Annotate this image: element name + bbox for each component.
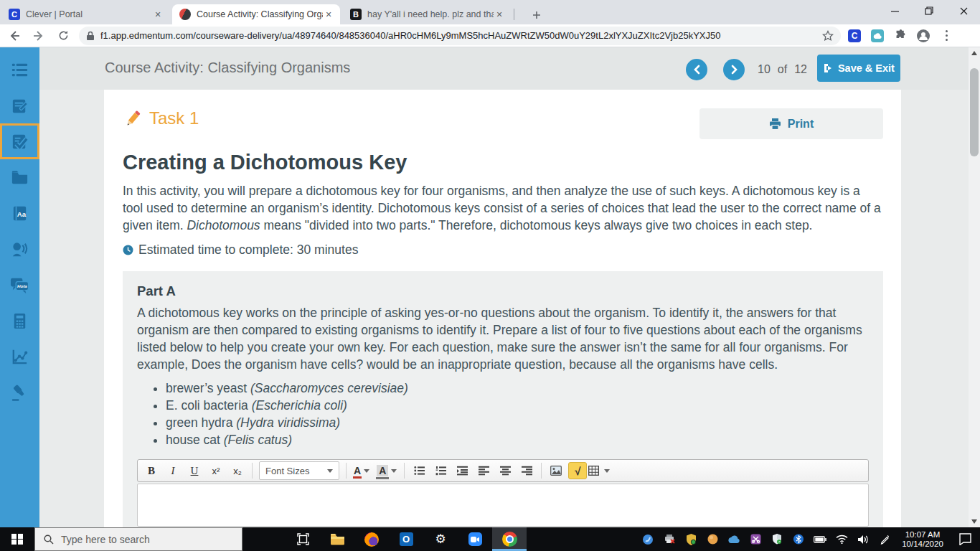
window-restore-button[interactable] (913, 0, 946, 22)
tab-close-icon[interactable]: ✕ (494, 9, 505, 20)
sidebar-item-text-to-speech[interactable] (0, 231, 39, 267)
insert-image-button[interactable] (545, 461, 567, 480)
edmentum-sidebar: Aa Hola (0, 47, 39, 527)
svg-text:Hola: Hola (17, 283, 27, 288)
insert-formula-button[interactable]: √ (567, 461, 588, 480)
tray-icon-windows-security[interactable] (766, 527, 788, 551)
sidebar-item-resources[interactable] (0, 159, 39, 195)
tab-close-icon[interactable]: ✕ (323, 9, 334, 20)
align-left-icon (479, 466, 489, 476)
scroll-down-button[interactable] (969, 516, 980, 527)
underline-button[interactable]: U (184, 461, 205, 480)
chevron-down-icon (391, 469, 397, 473)
tray-icon-battery[interactable] (809, 527, 831, 551)
browser-menu-button[interactable] (937, 27, 956, 45)
intro-paragraph: In this activity, you will prepare a dic… (123, 182, 883, 234)
text-color-button[interactable]: A (350, 461, 373, 480)
bold-button[interactable]: B (141, 461, 162, 480)
sidebar-item-course-outline[interactable] (0, 52, 39, 88)
exit-icon (823, 63, 833, 73)
tab-brainly[interactable]: B hay Y'all i need help. plz and tha ✕ (343, 4, 511, 24)
tab-course-activity[interactable]: Course Activity: Classifying Orga ✕ (172, 4, 340, 24)
cloud-extension-icon[interactable] (868, 27, 887, 45)
tray-icon-app-blue[interactable] (637, 527, 659, 551)
next-page-button[interactable] (723, 59, 745, 80)
tray-icon-volume[interactable] (852, 527, 874, 551)
sidebar-item-graphing[interactable] (0, 339, 39, 375)
start-button[interactable] (0, 527, 34, 551)
align-left-button[interactable] (473, 461, 494, 480)
sidebar-item-dictionary[interactable]: Aa (0, 195, 39, 231)
task-label: Task 1 (149, 108, 199, 128)
scrollbar-thumb[interactable] (970, 68, 979, 156)
gear-icon: ⚙ (435, 533, 446, 545)
sidebar-item-translate[interactable]: Hola (0, 267, 39, 303)
previous-page-button[interactable] (686, 59, 707, 80)
folder-icon (10, 168, 29, 187)
print-button[interactable]: Print (699, 108, 883, 139)
extensions-puzzle-icon[interactable] (891, 27, 910, 45)
align-center-icon (500, 466, 511, 476)
indent-button[interactable] (451, 461, 473, 480)
refresh-button[interactable] (53, 26, 73, 46)
tray-icon-bluetooth[interactable] (788, 527, 809, 551)
settings-button[interactable]: ⚙ (423, 527, 458, 551)
clever-extension-icon[interactable]: C (845, 27, 864, 45)
notification-icon (958, 533, 972, 545)
calculator-icon (10, 311, 29, 331)
sidebar-item-highlighter[interactable] (0, 375, 39, 410)
url-bar[interactable]: f1.app.edmentum.com/courseware-delivery/… (79, 27, 841, 45)
taskbar-clock[interactable]: 10:07 AM 10/14/2020 (895, 530, 950, 549)
editor-text-area[interactable] (137, 484, 869, 527)
file-explorer-button[interactable] (320, 527, 354, 551)
chevron-down-icon (364, 469, 369, 473)
tray-icon-snipping[interactable] (745, 527, 766, 551)
tray-icon-onedrive[interactable] (723, 527, 745, 551)
scroll-up-button[interactable] (969, 47, 980, 59)
tray-icon-wifi[interactable] (831, 527, 852, 551)
chrome-button[interactable] (492, 527, 527, 551)
outlook-button[interactable]: O (389, 527, 423, 551)
chevron-right-icon (730, 65, 738, 75)
insert-table-button[interactable] (588, 461, 610, 480)
edmentum-favicon (179, 9, 191, 20)
align-center-button[interactable] (494, 461, 516, 480)
sidebar-item-activity[interactable] (0, 123, 39, 159)
tray-icon-shield-status[interactable] (680, 527, 702, 551)
url-text: f1.app.edmentum.com/courseware-delivery/… (100, 30, 822, 41)
clock-date: 10/14/2020 (897, 540, 948, 549)
zoom-button[interactable] (458, 527, 492, 551)
page-scrollbar[interactable] (969, 47, 980, 527)
task-view-button[interactable] (286, 527, 320, 551)
superscript-button[interactable]: x² (205, 461, 227, 480)
tray-icon-printer-error[interactable] (659, 527, 680, 551)
svg-text:Aa: Aa (17, 210, 27, 218)
bullet-list-button[interactable] (408, 461, 430, 480)
taskbar-search[interactable]: Type here to search (34, 527, 242, 551)
tab-clever-portal[interactable]: C Clever | Portal ✕ (1, 4, 169, 24)
back-button[interactable] (4, 26, 24, 46)
sidebar-item-calculator[interactable] (0, 303, 39, 339)
profile-avatar[interactable] (914, 27, 933, 45)
font-sizes-dropdown[interactable]: Font Sizes (259, 461, 339, 480)
window-close-button[interactable] (947, 0, 980, 22)
italic-button[interactable]: I (162, 461, 184, 480)
firefox-button[interactable] (354, 527, 389, 551)
tray-icon-pen[interactable] (874, 527, 895, 551)
window-minimize-button[interactable] (878, 0, 911, 22)
align-right-button[interactable] (516, 461, 537, 480)
action-center-button[interactable] (950, 527, 980, 551)
tray-icon-app-orange[interactable] (702, 527, 723, 551)
bookmark-star-icon[interactable] (822, 30, 834, 42)
page-total: 12 (794, 63, 807, 76)
new-tab-button[interactable] (528, 6, 545, 24)
subscript-button[interactable]: x₂ (227, 461, 248, 480)
search-placeholder: Type here to search (61, 534, 150, 545)
tab-close-icon[interactable]: ✕ (152, 9, 164, 20)
browser-tab-strip: C Clever | Portal ✕ Course Activity: Cla… (0, 0, 980, 24)
forward-button[interactable] (29, 26, 49, 46)
numbered-list-button[interactable] (430, 461, 451, 480)
highlight-color-button[interactable]: A (373, 461, 400, 480)
sidebar-item-notes[interactable] (0, 88, 39, 123)
save-and-exit-button[interactable]: Save & Exit (817, 55, 900, 82)
